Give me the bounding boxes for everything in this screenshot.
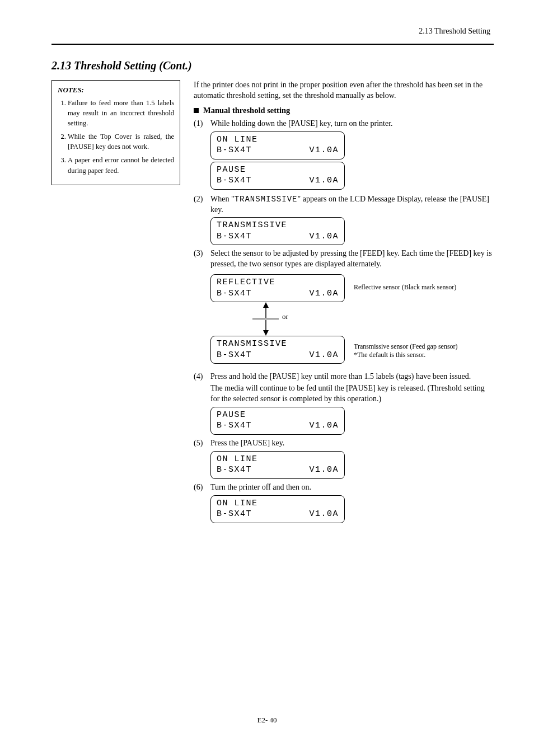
- step-number: (3): [194, 248, 210, 270]
- lcd-line1: ON LINE: [217, 454, 339, 465]
- lcd-model: B-SX4T: [217, 509, 252, 520]
- lcd-line1: PAUSE: [217, 410, 339, 421]
- lcd-version: V1.0A: [309, 231, 339, 242]
- step-number: (4): [194, 372, 210, 405]
- notes-heading: NOTES:: [58, 85, 174, 96]
- lcd-model: B-SX4T: [217, 175, 252, 186]
- step-body: Press and hold the [PAUSE] key until mor…: [210, 372, 494, 405]
- section-title: 2.13 Threshold Setting (Cont.): [51, 59, 494, 72]
- step-body: Press the [PAUSE] key.: [210, 438, 494, 449]
- header-rule: [51, 44, 494, 45]
- lcd-line1: TRANSMISSIVE: [217, 220, 339, 231]
- step-body: While holding down the [PAUSE] key, turn…: [210, 119, 494, 129]
- sub-heading-text: Manual threshold setting: [203, 106, 290, 115]
- note-item: Failure to feed more than 1.5 labels may…: [68, 98, 174, 128]
- step-number: (6): [194, 482, 210, 493]
- section-number: 2.13: [51, 59, 71, 72]
- step-body: When "TRANSMISSIVE" appears on the LCD M…: [210, 194, 494, 215]
- lcd-line1: PAUSE: [217, 165, 339, 176]
- page-number: E2- 40: [0, 716, 534, 725]
- header-right: 2.13 Threshold Setting: [419, 27, 490, 36]
- arrow-toggle-icon: or: [210, 302, 332, 336]
- lcd-model: B-SX4T: [217, 464, 252, 476]
- step-number: (5): [194, 438, 210, 449]
- sub-heading: Manual threshold setting: [194, 106, 494, 115]
- lcd-model: B-SX4T: [217, 145, 252, 156]
- lcd-line1: ON LINE: [217, 134, 339, 145]
- lcd-version: V1.0A: [309, 350, 339, 361]
- note-item: A paper end error cannot be detected dur…: [68, 155, 174, 175]
- step-body: Select the sensor to be adjusted by pres…: [210, 248, 494, 270]
- step2-value: TRANSMISSIVE: [235, 195, 298, 204]
- step2-prefix: When ": [210, 195, 235, 203]
- lcd-display: REFLECTIVE B-SX4T V1.0A: [210, 274, 345, 302]
- svg-marker-1: [263, 302, 269, 308]
- step-number: (2): [194, 194, 210, 215]
- lcd-display: TRANSMISSIVE B-SX4T V1.0A: [210, 336, 345, 364]
- section-title-text: Threshold Setting (Cont.): [74, 59, 192, 72]
- lcd-display: PAUSE B-SX4T V1.0A: [210, 162, 345, 190]
- sensor-label-transmissive-default: *The default is this sensor.: [354, 351, 458, 360]
- sensor-label-reflective: Reflective sensor (Black mark sensor): [354, 283, 456, 292]
- lcd-version: V1.0A: [309, 420, 339, 431]
- sensor-label-transmissive: Transmissive sensor (Feed gap sensor): [354, 342, 458, 351]
- lcd-model: B-SX4T: [217, 231, 252, 242]
- lcd-version: V1.0A: [309, 145, 339, 156]
- lcd-line1: TRANSMISSIVE: [217, 339, 339, 350]
- lcd-line1: ON LINE: [217, 498, 339, 509]
- lcd-model: B-SX4T: [217, 350, 252, 361]
- lcd-display: ON LINE B-SX4T V1.0A: [210, 132, 345, 159]
- lcd-line1: REFLECTIVE: [217, 277, 339, 288]
- square-bullet-icon: [194, 108, 199, 113]
- lcd-model: B-SX4T: [217, 288, 252, 299]
- lcd-version: V1.0A: [309, 175, 339, 186]
- lcd-version: V1.0A: [309, 464, 339, 476]
- lcd-display: TRANSMISSIVE B-SX4T V1.0A: [210, 217, 345, 245]
- lcd-version: V1.0A: [309, 509, 339, 520]
- lcd-version: V1.0A: [309, 288, 339, 299]
- step-body: Turn the printer off and then on.: [210, 482, 494, 493]
- notes-box: NOTES: Failure to feed more than 1.5 lab…: [51, 80, 180, 185]
- note-item: While the Top Cover is raised, the [PAUS…: [68, 132, 174, 152]
- lcd-display: ON LINE B-SX4T V1.0A: [210, 451, 345, 479]
- step4-a: Press and hold the [PAUSE] key until mor…: [210, 372, 494, 382]
- lcd-display: ON LINE B-SX4T V1.0A: [210, 495, 345, 523]
- step3-a: Select the sensor to be adjusted by pres…: [210, 249, 401, 257]
- svg-marker-4: [263, 330, 269, 336]
- lcd-display: PAUSE B-SX4T V1.0A: [210, 407, 345, 435]
- or-label: or: [282, 312, 288, 321]
- step-number: (1): [194, 119, 210, 129]
- intro-paragraph: If the printer does not print in the pro…: [194, 80, 494, 101]
- lcd-model: B-SX4T: [217, 420, 252, 431]
- step4-b: The media will continue to be fed until …: [210, 383, 494, 405]
